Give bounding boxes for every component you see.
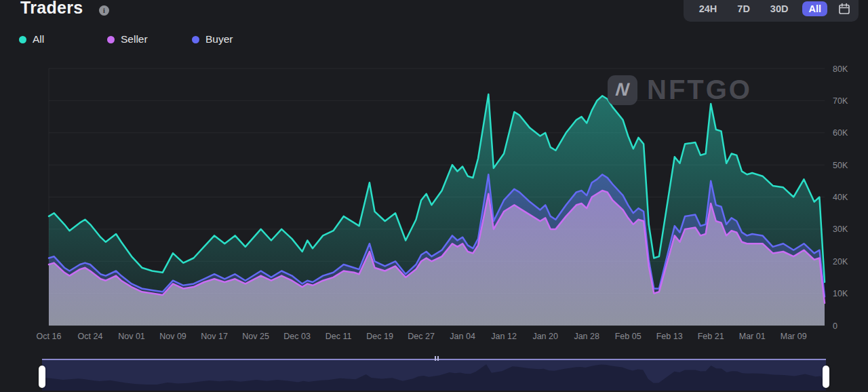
y-tick-label: 80K xyxy=(833,64,848,74)
y-tick-label: 0 xyxy=(833,321,837,331)
x-tick-label: Nov 17 xyxy=(201,332,228,341)
x-tick-label: Feb 21 xyxy=(698,332,724,341)
x-tick-label: Oct 24 xyxy=(78,332,103,341)
brush-left-handle[interactable] xyxy=(39,366,45,388)
y-tick-label: 10K xyxy=(833,289,848,298)
y-tick-label: 60K xyxy=(833,128,848,138)
x-tick-label: Dec 19 xyxy=(366,332,393,341)
y-tick-label: 30K xyxy=(833,224,848,234)
x-tick-label: Nov 01 xyxy=(118,332,145,341)
x-tick-label: Mar 01 xyxy=(739,332,766,341)
x-tick-label: Oct 16 xyxy=(37,332,62,341)
x-tick-label: Feb 13 xyxy=(656,332,683,341)
x-tick-label: Jan 04 xyxy=(450,332,475,341)
brush-minimap xyxy=(42,360,826,391)
x-tick-label: Jan 20 xyxy=(532,332,558,341)
x-tick-label: Nov 25 xyxy=(242,332,269,341)
x-tick-label: Mar 09 xyxy=(781,332,807,341)
y-tick-label: 50K xyxy=(833,161,848,170)
y-tick-label: 70K xyxy=(833,96,848,106)
time-range-brush[interactable] xyxy=(42,359,826,391)
traders-area-chart[interactable]: 010K20K30K40K50K60K70K80KOct 16Oct 24Nov… xyxy=(0,0,868,392)
y-tick-label: 20K xyxy=(833,257,848,267)
brush-silhouette xyxy=(42,364,826,391)
x-tick-label: Dec 03 xyxy=(283,332,311,341)
x-tick-label: Jan 28 xyxy=(574,332,599,341)
y-tick-label: 40K xyxy=(833,193,848,202)
x-tick-label: Dec 11 xyxy=(326,332,352,341)
traders-chart-panel: Traders i All Seller Buyer 24H 7D 30D Al… xyxy=(0,0,868,392)
x-tick-label: Nov 09 xyxy=(159,332,186,341)
brush-right-handle[interactable] xyxy=(823,366,829,388)
x-tick-label: Jan 12 xyxy=(491,332,517,341)
x-tick-label: Feb 05 xyxy=(615,332,642,341)
x-tick-label: Dec 27 xyxy=(408,332,435,341)
brush-center-grip[interactable] xyxy=(435,356,439,361)
